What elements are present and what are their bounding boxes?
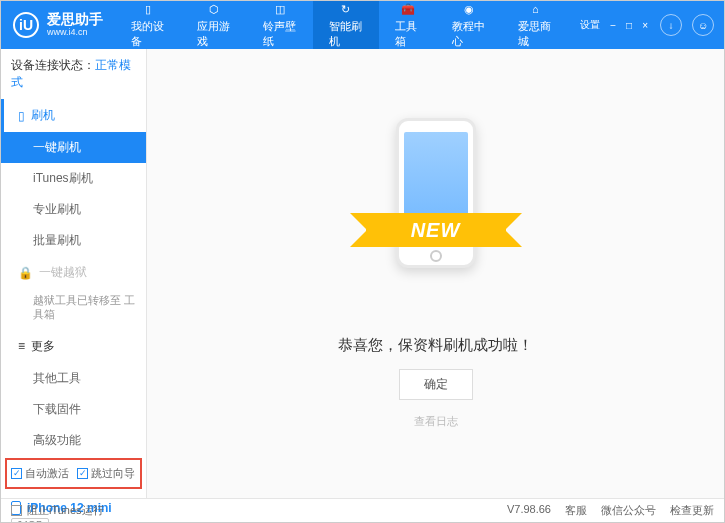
version-label: V7.98.66 xyxy=(507,503,551,518)
nav-label: 智能刷机 xyxy=(329,19,363,49)
minimize-button[interactable]: − xyxy=(608,18,618,33)
nav-store[interactable]: ⌂爱思商城 xyxy=(502,1,568,49)
nav-toolbox[interactable]: 🧰工具箱 xyxy=(379,1,436,49)
sidebar-head-more[interactable]: ≡ 更多 xyxy=(1,330,146,363)
sidebar-head-label: 一键越狱 xyxy=(39,264,87,281)
sidebar-item-batch[interactable]: 批量刷机 xyxy=(1,225,146,256)
wechat-link[interactable]: 微信公众号 xyxy=(601,503,656,518)
storage-badge: 64GB xyxy=(11,518,49,523)
logo-icon: iU xyxy=(13,12,39,38)
nav-tutorial[interactable]: ◉教程中心 xyxy=(436,1,502,49)
menu-icon: ≡ xyxy=(18,339,25,353)
sidebar-item-other[interactable]: 其他工具 xyxy=(1,363,146,394)
store-icon: ⌂ xyxy=(526,1,544,17)
block-itunes-checkbox[interactable] xyxy=(11,505,22,516)
sidebar-item-advanced[interactable]: 高级功能 xyxy=(1,425,146,456)
sidebar-checkboxes: ✓自动激活 ✓跳过向导 xyxy=(7,460,140,487)
nav-label: 教程中心 xyxy=(452,19,486,49)
nav-label: 我的设备 xyxy=(131,19,165,49)
lock-icon: 🔒 xyxy=(18,266,33,280)
success-message: 恭喜您，保资料刷机成功啦！ xyxy=(338,336,533,355)
sidebar-head-label: 刷机 xyxy=(31,107,55,124)
auto-activate-checkbox[interactable]: ✓自动激活 xyxy=(11,466,69,481)
checkbox-icon: ✓ xyxy=(77,468,88,479)
nav-apps[interactable]: ⬡应用游戏 xyxy=(181,1,247,49)
skip-guide-checkbox[interactable]: ✓跳过向导 xyxy=(77,466,135,481)
flash-icon: ↻ xyxy=(337,1,355,17)
nav-ringtone[interactable]: ◫铃声壁纸 xyxy=(247,1,313,49)
apps-icon: ⬡ xyxy=(205,1,223,17)
checkbox-label: 跳过向导 xyxy=(91,466,135,481)
sidebar-item-oneclick[interactable]: 一键刷机 xyxy=(1,132,146,163)
sidebar-item-download[interactable]: 下载固件 xyxy=(1,394,146,425)
sidebar-item-pro[interactable]: 专业刷机 xyxy=(1,194,146,225)
phone-icon: ▯ xyxy=(18,109,25,123)
view-log-link[interactable]: 查看日志 xyxy=(414,414,458,429)
window-controls: 设置 − □ × ↓ ☺ xyxy=(568,14,724,36)
ok-button[interactable]: 确定 xyxy=(399,369,473,400)
nav-tabs: ▯我的设备 ⬡应用游戏 ◫铃声壁纸 ↻智能刷机 🧰工具箱 ◉教程中心 ⌂爱思商城 xyxy=(115,1,568,49)
download-icon[interactable]: ↓ xyxy=(660,14,682,36)
main-content: NEW 恭喜您，保资料刷机成功啦！ 确定 查看日志 xyxy=(147,49,724,498)
sidebar-head-label: 更多 xyxy=(31,338,55,355)
phone-illustration: NEW xyxy=(366,118,506,318)
nav-label: 爱思商城 xyxy=(518,19,552,49)
service-link[interactable]: 客服 xyxy=(565,503,587,518)
nav-label: 应用游戏 xyxy=(197,19,231,49)
connection-status: 设备连接状态：正常模式 xyxy=(1,49,146,99)
nav-label: 工具箱 xyxy=(395,19,420,49)
status-label: 设备连接状态： xyxy=(11,58,95,72)
logo-area: iU 爱思助手 www.i4.cn xyxy=(1,12,115,38)
tutorial-icon: ◉ xyxy=(460,1,478,17)
titlebar: iU 爱思助手 www.i4.cn ▯我的设备 ⬡应用游戏 ◫铃声壁纸 ↻智能刷… xyxy=(1,1,724,49)
nav-label: 铃声壁纸 xyxy=(263,19,297,49)
toolbox-icon: 🧰 xyxy=(399,1,417,17)
sidebar-head-jailbreak: 🔒 一键越狱 xyxy=(1,256,146,289)
block-itunes-label: 阻止iTunes运行 xyxy=(27,503,104,518)
nav-flash[interactable]: ↻智能刷机 xyxy=(313,1,379,49)
settings-button[interactable]: 设置 xyxy=(578,16,602,34)
checkbox-icon: ✓ xyxy=(11,468,22,479)
new-ribbon: NEW xyxy=(366,213,506,247)
app-title: 爱思助手 xyxy=(47,12,103,27)
sidebar: 设备连接状态：正常模式 ▯ 刷机 一键刷机 iTunes刷机 专业刷机 批量刷机… xyxy=(1,49,147,498)
close-button[interactable]: × xyxy=(640,18,650,33)
checkbox-label: 自动激活 xyxy=(25,466,69,481)
maximize-button[interactable]: □ xyxy=(624,18,634,33)
ringtone-icon: ◫ xyxy=(271,1,289,17)
user-icon[interactable]: ☺ xyxy=(692,14,714,36)
app-url: www.i4.cn xyxy=(47,28,103,38)
sidebar-item-itunes[interactable]: iTunes刷机 xyxy=(1,163,146,194)
update-link[interactable]: 检查更新 xyxy=(670,503,714,518)
nav-my-device[interactable]: ▯我的设备 xyxy=(115,1,181,49)
phone-icon: ▯ xyxy=(139,1,157,17)
jailbreak-note: 越狱工具已转移至 工具箱 xyxy=(1,289,146,330)
sidebar-head-flash[interactable]: ▯ 刷机 xyxy=(1,99,146,132)
